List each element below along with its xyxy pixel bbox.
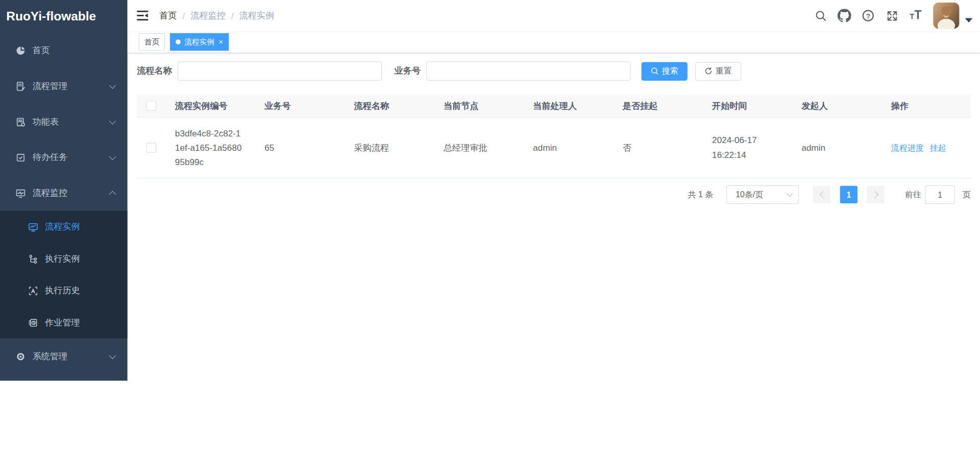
prev-page-button[interactable] — [813, 186, 830, 203]
chevron-down-icon — [109, 117, 116, 124]
sidebar-item-job-management[interactable]: 作业管理 — [0, 307, 128, 338]
process-instance-table: 流程实例编号 业务号 流程名称 当前节点 当前处理人 是否挂起 开始时间 发起人… — [137, 95, 970, 178]
next-page-button[interactable] — [867, 186, 884, 203]
active-dot — [176, 39, 181, 44]
search-icon[interactable] — [813, 8, 828, 23]
tag-label: 流程实例 — [184, 37, 214, 48]
col-initiator: 发起人 — [792, 99, 881, 113]
chevron-up-icon — [109, 191, 116, 198]
goto-page-input[interactable] — [925, 185, 955, 204]
tag-process-instance[interactable]: 流程实例 × — [170, 33, 229, 51]
goto-label: 前往 — [905, 189, 921, 200]
cell-suspended: 否 — [612, 141, 702, 155]
breadcrumb-home[interactable]: 首页 — [159, 10, 177, 21]
sidebar-item-home[interactable]: 首页 — [0, 33, 128, 68]
search-form: 流程名称 业务号 搜索 重置 — [137, 61, 970, 81]
sidebar-item-label: 系统管理 — [33, 351, 68, 362]
process-name-label: 流程名称 — [137, 65, 172, 77]
select-all-checkbox[interactable] — [146, 101, 156, 111]
github-icon[interactable] — [837, 8, 852, 23]
sidebar-menu: 首页 流程管理 功能表 待办任务 — [0, 33, 128, 381]
cell-instance-id: b3dfe4c8-2c82-11ef-a165-1a568095b99c — [165, 126, 254, 169]
chevron-down-icon — [109, 352, 116, 359]
sidebar-item-todo-tasks[interactable]: 待办任务 — [0, 139, 128, 175]
sidebar-item-execution-history[interactable]: 执行历史 — [0, 275, 128, 307]
reset-button[interactable]: 重置 — [695, 62, 742, 81]
table-row: b3dfe4c8-2c82-11ef-a165-1a568095b99c 65 … — [137, 118, 970, 178]
sidebar-item-label: 首页 — [33, 45, 50, 56]
arrow-right-icon — [871, 191, 878, 198]
table-header: 流程实例编号 业务号 流程名称 当前节点 当前处理人 是否挂起 开始时间 发起人… — [137, 95, 970, 118]
page-content: 流程名称 业务号 搜索 重置 流程实例编 — [128, 53, 980, 203]
sidebar-item-label: 执行历史 — [45, 285, 80, 296]
font-size-icon[interactable]: TT — [908, 8, 923, 23]
close-icon[interactable]: × — [219, 38, 224, 46]
caret-down-icon[interactable] — [965, 18, 973, 22]
app-root: RuoYi-flowable 首页 流程管理 功能表 — [0, 0, 980, 381]
chevron-down-icon — [109, 153, 116, 160]
col-start-time: 开始时间 — [702, 99, 792, 113]
sidebar-item-label: 流程实例 — [45, 221, 80, 232]
suspend-link[interactable]: 挂起 — [930, 141, 946, 155]
submenu-process-monitor: 流程实例 执行实例 执行历史 — [0, 211, 128, 339]
page-number-1[interactable]: 1 — [840, 186, 857, 203]
business-no-input[interactable] — [426, 61, 630, 81]
sidebar-item-function-table[interactable]: 功能表 — [0, 104, 128, 139]
col-current-node: 当前节点 — [433, 99, 523, 113]
row-checkbox[interactable] — [146, 143, 156, 153]
avatar[interactable] — [933, 3, 959, 29]
page-size-select[interactable]: 10条/页 — [726, 185, 799, 204]
chevron-down-icon — [109, 81, 116, 88]
dashboard-icon — [16, 45, 26, 56]
breadcrumb-current: 流程实例 — [239, 10, 275, 21]
sidebar-item-label: 功能表 — [33, 116, 59, 127]
tag-home[interactable]: 首页 — [139, 33, 165, 51]
help-icon[interactable]: ? — [861, 8, 875, 23]
process-progress-link[interactable]: 流程进度 — [891, 141, 924, 155]
search-button[interactable]: 搜索 — [641, 62, 688, 81]
monitor-chart-icon — [28, 222, 38, 232]
cell-current-node: 总经理审批 — [433, 141, 523, 155]
todo-check-icon — [16, 152, 26, 162]
navbar-right: ? TT — [804, 3, 972, 29]
document-edit-icon — [16, 81, 26, 91]
sidebar-item-system-monitor[interactable]: 系统监控 — [0, 374, 128, 381]
sidebar-item-process-instance[interactable]: 流程实例 — [0, 211, 128, 243]
gear-icon — [16, 352, 26, 362]
sidebar-item-label: 作业管理 — [45, 317, 80, 328]
cell-current-handler: admin — [523, 141, 612, 155]
sidebar-collapse-icon[interactable] — [137, 10, 149, 21]
col-current-handler: 当前处理人 — [523, 99, 612, 113]
app-logo[interactable]: RuoYi-flowable — [0, 0, 128, 33]
job-clock-icon — [28, 317, 38, 328]
sidebar-item-process-monitor[interactable]: 流程监控 — [0, 175, 128, 211]
pagination: 共 1 条 10条/页 1 前往 页 — [137, 186, 970, 203]
tag-label: 首页 — [144, 37, 159, 48]
sidebar-item-execution-instance[interactable]: 执行实例 — [0, 243, 128, 274]
breadcrumb: 首页 / 流程监控 / 流程实例 — [159, 10, 274, 21]
col-suspended: 是否挂起 — [612, 99, 702, 113]
sidebar: RuoYi-flowable 首页 流程管理 功能表 — [0, 0, 128, 381]
breadcrumb-separator: / — [231, 11, 234, 21]
process-name-input[interactable] — [178, 61, 382, 81]
goto-unit-label: 页 — [963, 189, 971, 200]
col-business-no: 业务号 — [255, 99, 344, 113]
col-process-name: 流程名称 — [344, 99, 433, 113]
sidebar-item-label: 流程管理 — [33, 80, 68, 91]
fullscreen-icon[interactable] — [885, 8, 899, 23]
col-instance-id: 流程实例编号 — [165, 99, 254, 113]
arrow-left-icon — [819, 191, 826, 198]
cell-actions: 流程进度 挂起 — [881, 141, 970, 155]
select-all-cell — [137, 101, 165, 111]
sidebar-item-label: 执行实例 — [45, 253, 80, 264]
sidebar-item-system-management[interactable]: 系统管理 — [0, 338, 128, 374]
book-gear-icon — [16, 116, 26, 127]
history-icon — [28, 286, 38, 296]
top-navbar: 首页 / 流程监控 / 流程实例 ? — [128, 0, 980, 31]
tags-view-bar: 首页 流程实例 × — [128, 31, 980, 53]
breadcrumb-separator: / — [183, 11, 185, 21]
sidebar-item-process-management[interactable]: 流程管理 — [0, 68, 128, 104]
cell-business-no: 65 — [255, 141, 344, 155]
breadcrumb-process-monitor[interactable]: 流程监控 — [190, 10, 226, 21]
sidebar-item-label: 待办任务 — [33, 152, 68, 163]
